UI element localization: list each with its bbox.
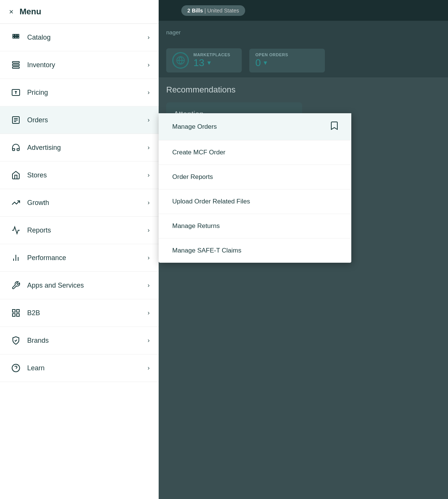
stores-icon xyxy=(9,168,23,182)
performance-chevron: › xyxy=(148,254,150,261)
open-orders-label: OPEN ORDERS xyxy=(255,52,288,57)
submenu-item-manage-safe-t[interactable]: Manage SAFE-T Claims xyxy=(159,239,351,263)
growth-chevron: › xyxy=(148,199,150,206)
pricing-icon xyxy=(9,86,23,99)
sub-header-text: nager xyxy=(166,29,181,35)
marketplaces-label: MARKETPLACES xyxy=(193,52,230,57)
sidebar-item-reports[interactable]: Reports › xyxy=(0,217,159,244)
brands-label: Brands xyxy=(27,337,148,345)
sidebar-item-pricing[interactable]: Pricing › xyxy=(0,79,159,106)
sidebar-item-catalog[interactable]: Catalog › xyxy=(0,24,159,51)
submenu-item-manage-orders[interactable]: Manage Orders xyxy=(159,113,351,140)
sidebar-item-apps-services[interactable]: Apps and Services › xyxy=(0,272,159,299)
performance-label: Performance xyxy=(27,254,148,262)
order-reports-label: Order Reports xyxy=(172,173,213,181)
sidebar: × Menu Catalog › Inventory › xyxy=(0,0,159,499)
manage-safe-t-label: Manage SAFE-T Claims xyxy=(172,247,241,254)
sidebar-item-stores[interactable]: Stores › xyxy=(0,162,159,189)
menu-title: Menu xyxy=(20,7,41,17)
sidebar-item-learn[interactable]: Learn › xyxy=(0,354,159,382)
submenu-item-order-reports[interactable]: Order Reports xyxy=(159,165,351,189)
catalog-label: Catalog xyxy=(27,34,148,42)
svg-rect-14 xyxy=(17,310,19,312)
reports-icon xyxy=(9,223,23,237)
orders-icon xyxy=(9,113,23,127)
apps-icon xyxy=(9,279,23,292)
apps-services-chevron: › xyxy=(148,282,150,289)
open-orders-block[interactable]: OPEN ORDERS 0 ▾ xyxy=(249,49,325,72)
svg-rect-3 xyxy=(12,64,19,66)
open-orders-value: 0 ▾ xyxy=(255,57,288,69)
svg-rect-16 xyxy=(17,314,19,316)
inventory-icon xyxy=(9,58,23,72)
stores-label: Stores xyxy=(27,171,148,179)
b2b-label: B2B xyxy=(27,309,148,317)
upload-files-label: Upload Order Related Files xyxy=(172,198,250,205)
submenu-item-manage-returns[interactable]: Manage Returns xyxy=(159,214,351,239)
reports-chevron: › xyxy=(148,227,150,234)
b2b-icon xyxy=(9,306,23,320)
sidebar-item-performance[interactable]: Performance › xyxy=(0,244,159,272)
learn-chevron: › xyxy=(148,365,150,371)
learn-icon xyxy=(9,361,23,375)
recommendations-title: Recommendations xyxy=(166,85,440,95)
sidebar-item-b2b[interactable]: B2B › xyxy=(0,299,159,327)
advertising-chevron: › xyxy=(148,144,150,151)
orders-submenu: Manage Orders Create MCF Order Order Rep… xyxy=(159,113,351,263)
stats-bar: MARKETPLACES 13 ▾ OPEN ORDERS 0 ▾ xyxy=(159,43,448,77)
inventory-label: Inventory xyxy=(27,61,148,69)
close-icon[interactable]: × xyxy=(9,8,14,16)
orders-label: Orders xyxy=(27,116,148,124)
apps-services-label: Apps and Services xyxy=(27,282,148,290)
performance-icon xyxy=(9,251,23,265)
manage-orders-label: Manage Orders xyxy=(172,123,217,131)
sub-header: nager xyxy=(159,21,448,43)
submenu-item-create-mcf[interactable]: Create MCF Order xyxy=(159,140,351,165)
advertising-label: Advertising xyxy=(27,144,148,152)
marketplaces-value: 13 ▾ xyxy=(193,57,230,69)
svg-rect-15 xyxy=(12,314,15,316)
catalog-icon xyxy=(9,31,23,44)
marketplaces-block[interactable]: MARKETPLACES 13 ▾ xyxy=(166,48,242,72)
b2b-chevron: › xyxy=(148,310,150,316)
svg-rect-4 xyxy=(12,67,19,68)
globe-icon xyxy=(172,52,189,69)
growth-label: Growth xyxy=(27,199,148,207)
learn-label: Learn xyxy=(27,364,148,372)
sidebar-item-advertising[interactable]: Advertising › xyxy=(0,134,159,162)
stores-chevron: › xyxy=(148,172,150,179)
sidebar-item-growth[interactable]: Growth › xyxy=(0,189,159,217)
reports-label: Reports xyxy=(27,226,148,234)
bills-location: | xyxy=(204,8,207,14)
bills-count: 2 Bills xyxy=(187,8,203,14)
orders-chevron: › xyxy=(148,117,150,123)
menu-header: × Menu xyxy=(0,0,159,24)
bills-badge[interactable]: 2 Bills | United States xyxy=(181,5,245,16)
submenu-item-upload-files[interactable]: Upload Order Related Files xyxy=(159,189,351,214)
marketplaces-dropdown-arrow[interactable]: ▾ xyxy=(207,59,211,67)
bookmark-icon[interactable] xyxy=(331,122,338,132)
advertising-icon xyxy=(9,141,23,154)
create-mcf-label: Create MCF Order xyxy=(172,149,226,156)
sidebar-item-brands[interactable]: Brands › xyxy=(0,327,159,354)
svg-rect-13 xyxy=(12,310,15,312)
svg-rect-2 xyxy=(12,62,19,63)
growth-icon xyxy=(9,196,23,209)
bills-country: United States xyxy=(207,8,239,14)
catalog-chevron: › xyxy=(148,34,150,41)
brands-chevron: › xyxy=(148,337,150,344)
open-orders-dropdown-arrow[interactable]: ▾ xyxy=(264,59,267,67)
brands-icon xyxy=(9,334,23,347)
manage-returns-label: Manage Returns xyxy=(172,222,220,230)
inventory-chevron: › xyxy=(148,62,150,68)
sidebar-item-inventory[interactable]: Inventory › xyxy=(0,51,159,79)
pricing-chevron: › xyxy=(148,89,150,96)
pricing-label: Pricing xyxy=(27,89,148,97)
sidebar-item-orders[interactable]: Orders › xyxy=(0,106,159,134)
